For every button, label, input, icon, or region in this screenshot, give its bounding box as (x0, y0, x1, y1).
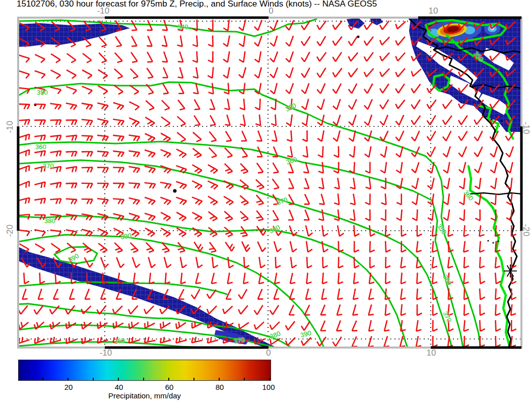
wind-barb (270, 52, 278, 62)
wind-barb (368, 336, 373, 347)
wind-barb (349, 99, 357, 109)
wind-barb (113, 103, 124, 110)
wind-barb (254, 20, 262, 31)
wind-barb (70, 289, 75, 299)
wind-barb (98, 70, 108, 79)
wind-barb (339, 241, 344, 252)
wind-barb (354, 241, 359, 252)
axis-tick-right: -10 (521, 122, 531, 134)
wind-barb (35, 71, 45, 79)
wind-barb (365, 193, 370, 204)
wind-barb (66, 135, 77, 141)
wind-barb (290, 289, 295, 299)
wind-barb (113, 306, 122, 314)
wind-barb (240, 211, 248, 221)
wind-barb (305, 305, 310, 315)
wind-barb (427, 115, 436, 125)
wind-barb (50, 120, 61, 125)
wind-barb (145, 228, 155, 237)
wind-barb (145, 150, 155, 158)
wind-barb (380, 162, 386, 173)
wind-barb (433, 336, 438, 347)
precip-area (18, 247, 283, 348)
wind-barb (495, 289, 500, 300)
wind-barb (333, 337, 342, 347)
wind-barb (317, 36, 325, 46)
wind-barb (82, 119, 93, 125)
wind-barb (286, 51, 293, 62)
wind-barb (349, 146, 355, 157)
wind-barb (381, 178, 386, 189)
map-dot (492, 242, 494, 243)
wind-barb (128, 306, 138, 314)
wind-barb (257, 242, 265, 252)
wind-barb (411, 84, 420, 93)
wind-barb (83, 53, 91, 62)
wind-barb (458, 115, 468, 124)
wind-barb (464, 304, 469, 315)
wind-barb (370, 257, 375, 268)
wind-barb (34, 151, 45, 156)
wind-barb (412, 178, 418, 189)
wind-barb (401, 320, 406, 331)
wind-barb (288, 210, 294, 220)
wind-barb (192, 213, 202, 221)
colorbar-title: Precipitation, mm/day (108, 391, 181, 400)
wind-barb (396, 193, 402, 204)
wind-barb (225, 148, 232, 157)
wind-barb (160, 337, 171, 343)
wind-barb (381, 193, 386, 204)
wind-barb (132, 257, 140, 268)
wind-barb (82, 183, 93, 188)
wind-barb (19, 150, 30, 157)
wind-barb (129, 85, 139, 94)
wind-barb (416, 320, 421, 331)
wind-barb (270, 322, 280, 330)
wind-barb (224, 212, 232, 221)
wind-barb (307, 273, 312, 284)
wind-barb (196, 257, 203, 268)
wind-barb (364, 84, 373, 93)
wind-barb (256, 131, 261, 142)
wind-barb (145, 117, 155, 126)
wind-barb (225, 164, 233, 173)
wind-barb (208, 20, 213, 31)
wind-barb (225, 99, 230, 110)
wind-barb (66, 103, 77, 110)
wind-barb (239, 83, 245, 94)
wind-barb (144, 306, 154, 314)
wind-barb (384, 320, 389, 331)
wind-barb (129, 135, 140, 141)
wind-barb (490, 147, 497, 157)
wind-barb (412, 162, 419, 173)
wind-barb (433, 304, 438, 315)
wind-barb (365, 146, 371, 157)
wind-barb (459, 162, 466, 173)
wind-barb (301, 68, 310, 78)
wind-barb (19, 71, 30, 79)
margin-mask (523, 0, 532, 411)
wind-barb (161, 117, 170, 126)
wind-barb (240, 115, 245, 126)
wind-barb (480, 241, 485, 252)
wind-barb (212, 257, 218, 268)
wind-barb (210, 115, 216, 125)
wind-barb (339, 257, 344, 268)
wind-barb (464, 257, 469, 268)
wind-barb (427, 131, 436, 141)
wind-barb (50, 337, 61, 343)
wind-barb (396, 22, 406, 29)
wind-barb (474, 147, 482, 157)
wind-barb (19, 166, 30, 172)
wind-barb (319, 178, 324, 189)
wind-barb (256, 180, 264, 189)
wind-barb (334, 162, 339, 173)
wind-barb (195, 273, 201, 284)
wind-barb (161, 213, 170, 221)
axis-tick-top: 10 (429, 6, 438, 16)
wind-barb (366, 178, 371, 189)
contour-label: 370 (43, 162, 54, 170)
wind-barb (385, 304, 390, 315)
wind-barb (179, 289, 184, 299)
wind-barb (239, 36, 245, 47)
